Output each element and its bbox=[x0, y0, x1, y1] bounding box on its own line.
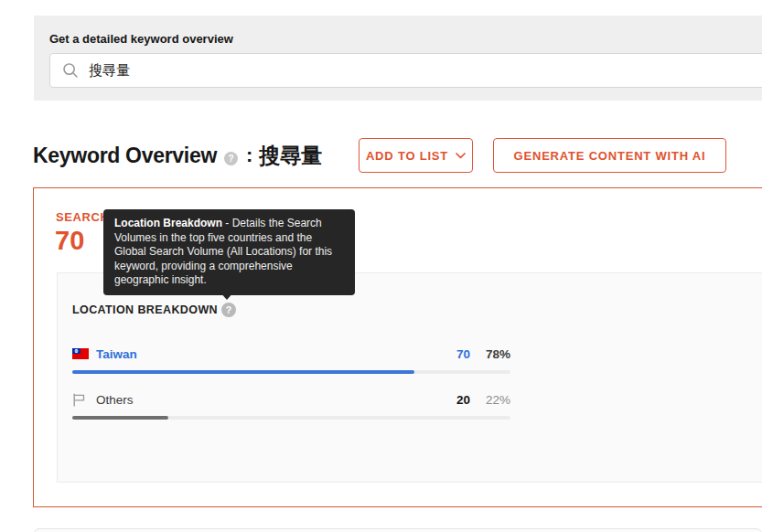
generic-flag-icon bbox=[72, 393, 89, 406]
next-section-card-edge bbox=[34, 528, 762, 532]
country-percent: 22% bbox=[470, 393, 510, 407]
location-breakdown-tooltip: Location Breakdown - Details the Search … bbox=[103, 209, 355, 295]
chevron-down-icon bbox=[456, 153, 466, 159]
location-row-taiwan: Taiwan 70 78% bbox=[72, 346, 510, 362]
taiwan-flag-icon bbox=[72, 347, 89, 360]
generate-content-ai-label: GENERATE CONTENT WITH AI bbox=[514, 149, 706, 163]
taiwan-volume-bar-fill bbox=[72, 370, 414, 374]
taiwan-volume-bar bbox=[72, 370, 510, 374]
add-to-list-label: ADD TO LIST bbox=[366, 149, 448, 163]
location-breakdown-heading: LOCATION BREAKDOWN bbox=[72, 303, 218, 316]
search-input-value: 搜尋量 bbox=[89, 62, 130, 80]
generate-content-ai-button[interactable]: GENERATE CONTENT WITH AI bbox=[493, 138, 726, 173]
search-volume-label: SEARCH bbox=[56, 210, 110, 224]
search-volume-value: 70 bbox=[55, 226, 84, 256]
search-icon bbox=[62, 62, 79, 79]
country-volume: 70 bbox=[456, 347, 470, 361]
keyword-search-input[interactable]: 搜尋量 bbox=[49, 53, 762, 88]
page-title: Keyword Overview bbox=[33, 144, 217, 168]
others-volume-bar bbox=[72, 416, 510, 420]
add-to-list-button[interactable]: ADD TO LIST bbox=[359, 138, 473, 173]
page-header: Keyword Overview ? : 搜尋量 bbox=[33, 139, 322, 172]
others-volume-bar-fill bbox=[72, 416, 168, 420]
country-link-taiwan[interactable]: Taiwan bbox=[96, 347, 137, 361]
title-help-icon[interactable]: ? bbox=[224, 152, 238, 165]
search-band-label: Get a detailed keyword overview bbox=[49, 32, 233, 46]
location-breakdown-help-icon[interactable]: ? bbox=[221, 303, 236, 317]
title-separator: : bbox=[246, 144, 252, 167]
title-keyword: 搜尋量 bbox=[259, 142, 322, 170]
tooltip-arrow bbox=[220, 292, 234, 300]
country-volume: 20 bbox=[456, 393, 470, 407]
country-label-others: Others bbox=[96, 393, 134, 407]
country-percent: 78% bbox=[470, 347, 510, 361]
tooltip-title: Location Breakdown bbox=[114, 217, 222, 229]
location-row-others: Others 20 22% bbox=[72, 391, 510, 408]
